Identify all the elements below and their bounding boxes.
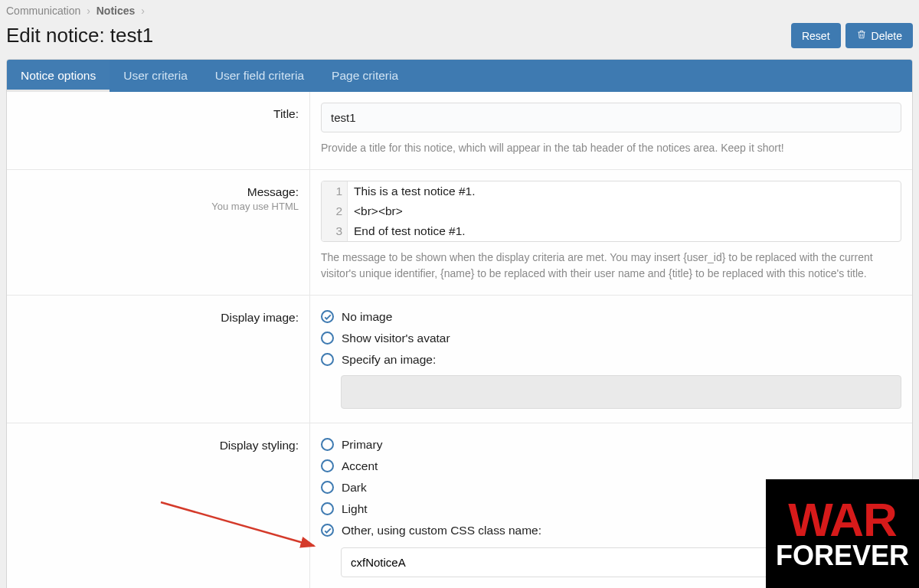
radio-icon (321, 481, 334, 494)
breadcrumb: Communication › Notices › (6, 0, 913, 21)
radio-label: Accent (342, 459, 378, 473)
radio-label: Dark (342, 481, 367, 495)
line-number: 1 (322, 181, 348, 201)
code-line: End of test notice #1. (348, 221, 472, 241)
tab-page-criteria[interactable]: Page criteria (318, 60, 412, 92)
radio-avatar[interactable]: Show visitor's avatar (321, 328, 901, 349)
delete-button-label: Delete (872, 30, 902, 42)
logo-watermark: WAR FOREVER (766, 479, 919, 588)
breadcrumb-parent[interactable]: Communication (6, 5, 80, 17)
radio-icon (321, 332, 334, 345)
image-path-input-disabled (341, 375, 901, 409)
breadcrumb-current[interactable]: Notices (96, 5, 136, 17)
page-title: Edit notice: test1 (6, 24, 153, 47)
message-help: The message to be shown when the display… (321, 250, 901, 281)
code-line: <br><br> (348, 201, 409, 221)
radio-icon (321, 438, 334, 451)
radio-label: Other, using custom CSS class name: (342, 524, 541, 537)
message-editor[interactable]: 1 This is a test notice #1. 2 <br><br> 3… (321, 181, 901, 242)
tab-notice-options[interactable]: Notice options (7, 60, 110, 92)
code-line: This is a test notice #1. (348, 181, 482, 201)
radio-label: Show visitor's avatar (342, 332, 450, 345)
radio-icon (321, 502, 334, 515)
line-number: 3 (322, 221, 348, 241)
title-input[interactable] (321, 103, 901, 132)
tab-bar: Notice options User criteria User field … (7, 60, 912, 92)
message-sublabel: You may use HTML (18, 201, 299, 212)
radio-no-image[interactable]: No image (321, 306, 901, 328)
tab-user-field-criteria[interactable]: User field criteria (201, 60, 318, 92)
display-image-label: Display image: (18, 311, 299, 325)
tab-user-criteria[interactable]: User criteria (110, 60, 201, 92)
title-help: Provide a title for this notice, which w… (321, 140, 901, 155)
display-styling-label: Display styling: (18, 439, 299, 452)
radio-primary[interactable]: Primary (321, 434, 901, 456)
logo-line2: FOREVER (776, 542, 909, 570)
radio-label: Primary (342, 438, 382, 452)
reset-button[interactable]: Reset (791, 23, 841, 48)
title-label: Title: (18, 107, 299, 121)
chevron-right-icon: › (83, 5, 93, 17)
trash-icon (856, 29, 867, 42)
radio-checked-icon (321, 524, 334, 537)
logo-line1: WAR (788, 498, 897, 541)
radio-accent[interactable]: Accent (321, 456, 901, 477)
chevron-right-icon: › (138, 5, 148, 17)
delete-button[interactable]: Delete (845, 23, 913, 48)
message-label: Message: (18, 185, 299, 199)
radio-icon (321, 459, 334, 472)
radio-icon (321, 353, 334, 366)
line-number: 2 (322, 201, 348, 221)
radio-checked-icon (321, 310, 334, 323)
radio-label: Specify an image: (342, 353, 436, 367)
radio-label: No image (342, 310, 392, 324)
radio-label: Light (342, 502, 368, 516)
radio-specify-image[interactable]: Specify an image: (321, 349, 901, 371)
